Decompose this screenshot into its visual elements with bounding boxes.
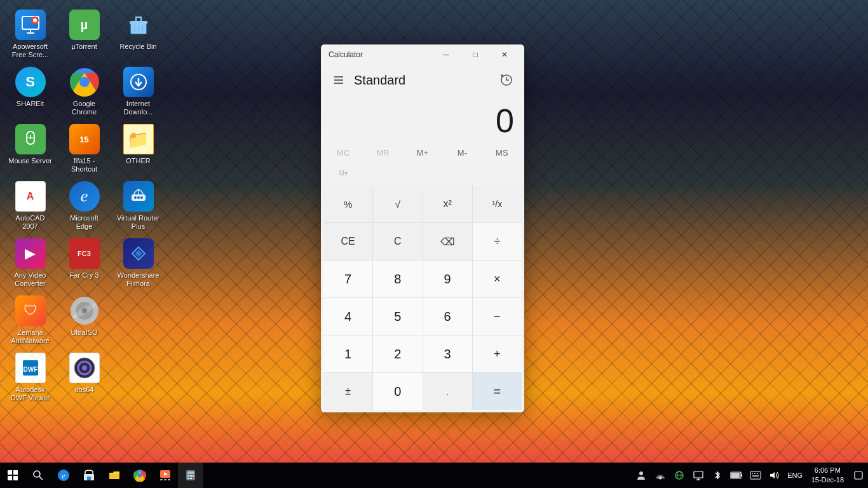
divide-button[interactable]: ÷ (473, 223, 522, 260)
svg-rect-67 (731, 473, 740, 478)
notification-button[interactable] (849, 463, 868, 488)
desktop-icon-shareit[interactable]: S SHAREit (6, 64, 54, 118)
four-button[interactable]: 4 (323, 298, 372, 335)
minimize-button[interactable]: ─ (431, 44, 461, 65)
clock-time: 6:06 PM (815, 466, 841, 475)
clock-date: 15-Dec-18 (811, 475, 844, 485)
desktop-icon-virtualrouter[interactable]: Virtual Router Plus (114, 178, 162, 232)
volume-icon[interactable] (765, 463, 784, 488)
taskbar-calculator[interactable] (178, 463, 203, 488)
three-button[interactable]: 3 (423, 336, 472, 372)
desktop-icon-farcry[interactable]: FC3 Far Cry 3 (60, 235, 108, 289)
store-icon (83, 469, 95, 482)
one-button[interactable]: 1 (323, 336, 372, 372)
edge-icon: e (57, 469, 70, 482)
svg-rect-31 (8, 470, 12, 475)
desktop-icon-label: obs64 (75, 386, 94, 394)
network-icon[interactable] (651, 463, 670, 488)
svg-point-25 (137, 196, 140, 199)
two-button[interactable]: 2 (373, 336, 422, 372)
desktop-icon-apowersoft[interactable]: Apowersoft Free Scre... (6, 6, 54, 60)
reciprocal-button[interactable]: ¹/x (473, 186, 522, 222)
subtract-button[interactable]: − (473, 298, 522, 335)
history-icon[interactable] (494, 67, 519, 93)
search-icon (33, 470, 43, 480)
five-button[interactable]: 5 (373, 298, 422, 335)
desktop-icon-utorrent[interactable]: µ µTorrent (60, 6, 108, 60)
square-button[interactable]: x² (423, 186, 472, 222)
desktop-icon-label: Microsoft Edge (62, 214, 107, 231)
desktop-icon-mouse-server[interactable]: Mouse Server (6, 121, 54, 175)
desktop-icon-autocad[interactable]: A AutoCAD 2007 (6, 178, 54, 232)
taskbar-chrome[interactable] (127, 463, 153, 488)
svg-rect-46 (160, 479, 163, 480)
equals-button[interactable]: = (473, 373, 522, 410)
taskbar-edge[interactable]: e (51, 463, 76, 488)
close-button[interactable]: ✕ (490, 44, 519, 65)
desktop-icon-ultraiso[interactable]: UltraISO (60, 292, 108, 346)
svg-rect-34 (13, 476, 18, 480)
desktop-icon-fifa[interactable]: 15 fifa15 - Shortcut (60, 121, 108, 175)
seven-button[interactable]: 7 (323, 261, 372, 297)
calculator-titlebar: Calculator ─ □ ✕ (321, 44, 524, 65)
taskbar-store[interactable] (76, 463, 102, 488)
zero-button[interactable]: 0 (373, 373, 422, 410)
monitor-icon[interactable] (689, 463, 708, 488)
negate-button[interactable]: ± (323, 373, 372, 410)
nine-button[interactable]: 9 (423, 261, 472, 297)
svg-rect-53 (193, 475, 194, 477)
desktop-icon-anyvideo[interactable]: ▶ Any Video Converter (6, 235, 54, 289)
calculator-mode: Standard (351, 73, 494, 88)
desktop-icon-label: fifa15 - Shortcut (62, 157, 107, 173)
svg-text:DWF: DWF (23, 366, 37, 373)
decimal-button[interactable]: . (423, 373, 472, 410)
people-icon[interactable] (632, 463, 651, 488)
start-button[interactable] (0, 463, 25, 488)
calculator-taskbar-icon (184, 469, 197, 482)
desktop-icon-zemana[interactable]: 🛡 Zemana AntiMalware (6, 292, 54, 346)
memory-store-button[interactable]: MS (482, 142, 522, 163)
bluetooth-icon[interactable] (708, 463, 727, 488)
maximize-button[interactable]: □ (461, 44, 490, 65)
multiply-button[interactable]: × (473, 261, 522, 297)
calculator-window: Calculator ─ □ ✕ Standard (321, 44, 524, 412)
desktop-icon-autodeskdwf[interactable]: DWF Autodesk DWF Viewer (6, 349, 54, 403)
desktop-icon-chrome[interactable]: Google Chrome (60, 64, 108, 118)
calculator-window-title: Calculator (326, 50, 431, 59)
percent-button[interactable]: % (323, 186, 372, 222)
desktop-icon-label: Zemana AntiMalware (8, 329, 53, 345)
desktop-icon-recycle[interactable]: Recycle Bin (114, 6, 162, 60)
desktop-icon-label: Internet Downlo... (116, 100, 161, 116)
system-clock[interactable]: 6:06 PM 15-Dec-18 (806, 463, 849, 488)
ce-button[interactable]: CE (323, 223, 372, 260)
svg-rect-47 (164, 479, 166, 480)
taskbar-explorer[interactable] (102, 463, 127, 488)
desktop-icon-filmora[interactable]: Wondershare Filmora (114, 235, 162, 289)
svg-rect-32 (13, 470, 18, 475)
memory-plus-button[interactable]: M+ (403, 142, 442, 163)
eng-lang[interactable]: ENG (784, 463, 806, 488)
desktop-icon-other[interactable]: 📁 OTHER (114, 121, 162, 175)
memory-recall-button[interactable]: MR (363, 142, 402, 163)
battery-icon[interactable] (727, 463, 746, 488)
clear-button[interactable]: C (373, 223, 422, 260)
search-button[interactable] (25, 463, 51, 488)
svg-rect-51 (187, 475, 189, 477)
memory-minus-button[interactable]: M- (442, 142, 482, 163)
memory-dropdown-button[interactable]: M▾ (323, 163, 363, 183)
eight-button[interactable]: 8 (373, 261, 422, 297)
menu-icon[interactable] (326, 67, 351, 93)
backspace-button[interactable]: ⌫ (423, 223, 472, 260)
desktop-icon-idm[interactable]: Internet Downlo... (114, 64, 162, 118)
globe-icon[interactable] (670, 463, 689, 488)
keyboard-icon[interactable] (746, 463, 765, 488)
taskbar-media[interactable] (153, 463, 178, 488)
six-button[interactable]: 6 (423, 298, 472, 335)
svg-point-35 (34, 471, 40, 477)
desktop-icon-obs[interactable]: obs64 (60, 349, 108, 403)
desktop-icon-label: SHAREit (17, 100, 44, 108)
desktop-icon-msedge[interactable]: e Microsoft Edge (60, 178, 108, 232)
sqrt-button[interactable]: √ (373, 186, 422, 222)
memory-clear-button[interactable]: MC (323, 142, 363, 163)
add-button[interactable]: + (473, 336, 522, 372)
